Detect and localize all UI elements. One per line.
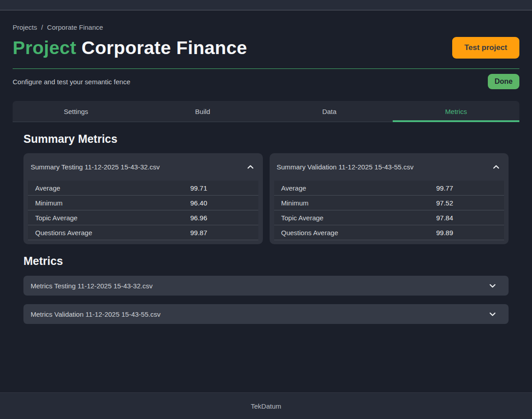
page-container: Projects / Corporate Finance Project Cor… <box>0 10 532 324</box>
summary-metrics-section: Summary Metrics Summary Testing 11-12-20… <box>13 122 519 244</box>
metric-value: 99.77 <box>436 184 454 192</box>
summary-validation-card-title: Summary Validation 11-12-2025 15-43-55.c… <box>277 163 414 171</box>
page-description: Configure and test your semantic fence <box>13 78 130 86</box>
tab-metrics-label: Metrics <box>445 108 467 115</box>
breadcrumb: Projects / Corporate Finance <box>13 10 519 31</box>
table-row: Topic Average 96.96 <box>28 210 258 225</box>
chevron-up-icon[interactable] <box>492 163 500 171</box>
summary-cards-row: Summary Testing 11-12-2025 15-43-32.csv … <box>23 153 509 244</box>
chevron-down-icon[interactable] <box>489 310 496 318</box>
page-title-main: Corporate Finance <box>82 37 247 58</box>
active-tab-indicator <box>393 120 519 122</box>
footer-brand: TekDatum <box>251 402 281 410</box>
page-title-accent: Project <box>13 37 76 58</box>
metrics-heading: Metrics <box>23 244 509 268</box>
metric-value: 99.89 <box>436 229 454 237</box>
table-row: Questions Average 99.89 <box>274 225 504 240</box>
tab-build[interactable]: Build <box>139 101 266 122</box>
metric-label: Minimum <box>281 199 436 207</box>
metric-value: 96.40 <box>190 199 207 207</box>
tab-data[interactable]: Data <box>266 101 393 122</box>
metrics-validation-accordion[interactable]: Metrics Validation 11-12-2025 15-43-55.c… <box>23 304 509 324</box>
tab-metrics[interactable]: Metrics <box>393 101 519 122</box>
tab-settings[interactable]: Settings <box>13 101 139 122</box>
breadcrumb-current-page: Corporate Finance <box>47 23 103 31</box>
summary-validation-table: Average 99.77 Minimum 97.52 Topic Averag… <box>274 181 504 240</box>
chevron-down-icon[interactable] <box>489 282 496 290</box>
title-row: Project Corporate Finance Test project <box>13 37 519 59</box>
metric-label: Minimum <box>35 199 190 207</box>
metrics-testing-accordion[interactable]: Metrics Testing 11-12-2025 15-43-32.csv <box>23 276 509 296</box>
tab-build-label: Build <box>195 108 210 115</box>
summary-validation-card: Summary Validation 11-12-2025 15-43-55.c… <box>270 153 509 244</box>
metric-value: 97.84 <box>436 214 454 222</box>
metric-label: Questions Average <box>35 229 190 237</box>
metric-value: 99.87 <box>190 229 207 237</box>
page-title: Project Corporate Finance <box>13 37 247 59</box>
summary-validation-card-header[interactable]: Summary Validation 11-12-2025 15-43-55.c… <box>270 153 509 180</box>
metric-label: Topic Average <box>35 214 190 222</box>
metrics-section: Metrics Metrics Testing 11-12-2025 15-43… <box>13 244 519 324</box>
summary-metrics-heading: Summary Metrics <box>23 122 509 146</box>
breadcrumb-projects[interactable]: Projects <box>13 23 37 31</box>
chevron-up-icon[interactable] <box>247 163 254 171</box>
done-button[interactable]: Done <box>488 74 519 89</box>
metric-label: Topic Average <box>281 214 436 222</box>
table-row: Average 99.71 <box>28 181 258 196</box>
tab-data-label: Data <box>322 108 337 115</box>
table-row: Topic Average 97.84 <box>274 210 504 225</box>
green-divider <box>13 68 519 69</box>
summary-testing-card: Summary Testing 11-12-2025 15-43-32.csv … <box>23 153 263 244</box>
breadcrumb-separator: / <box>41 23 43 31</box>
metric-label: Average <box>281 184 436 192</box>
summary-testing-table: Average 99.71 Minimum 96.40 Topic Averag… <box>28 181 258 240</box>
metrics-testing-accordion-title: Metrics Testing 11-12-2025 15-43-32.csv <box>31 282 152 290</box>
metric-value: 99.71 <box>190 184 207 192</box>
tab-bar: Settings Build Data Metrics <box>13 101 519 122</box>
metric-value: 97.52 <box>436 199 454 207</box>
subheader-row: Configure and test your semantic fence D… <box>13 74 519 89</box>
table-row: Average 99.77 <box>274 181 504 196</box>
test-project-button[interactable]: Test project <box>452 37 519 59</box>
tab-settings-label: Settings <box>64 108 88 115</box>
table-row: Questions Average 99.87 <box>28 225 258 240</box>
top-bar <box>0 0 532 10</box>
table-row: Minimum 97.52 <box>274 196 504 210</box>
summary-testing-card-title: Summary Testing 11-12-2025 15-43-32.csv <box>31 163 160 171</box>
metric-label: Average <box>35 184 190 192</box>
metric-value: 96.96 <box>190 214 207 222</box>
summary-testing-card-header[interactable]: Summary Testing 11-12-2025 15-43-32.csv <box>23 153 263 180</box>
metrics-validation-accordion-title: Metrics Validation 11-12-2025 15-43-55.c… <box>31 310 161 318</box>
footer: TekDatum <box>0 392 532 419</box>
metric-label: Questions Average <box>281 229 436 237</box>
table-row: Minimum 96.40 <box>28 196 258 210</box>
